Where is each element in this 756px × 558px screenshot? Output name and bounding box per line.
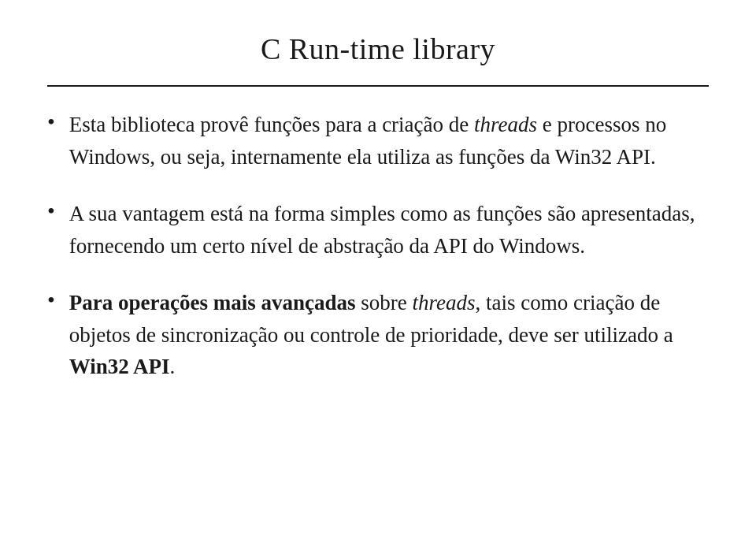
bullet-text-3: Para operações mais avançadas sobre thre… — [69, 287, 709, 383]
bullet-item-2: • A sua vantagem está na forma simples c… — [47, 198, 709, 262]
threads-italic-2: threads — [413, 291, 476, 314]
bullet-text-2: A sua vantagem está na forma simples com… — [69, 198, 709, 262]
win32-api-bold: Win32 API — [69, 355, 170, 378]
mais-avancadas: mais avançadas — [213, 291, 356, 314]
title-section: C Run-time library — [47, 32, 709, 66]
bullet-item-3: • Para operações mais avançadas sobre th… — [47, 287, 709, 383]
threads-italic-1: threads — [474, 113, 537, 136]
page-title: C Run-time library — [47, 32, 709, 66]
bullet-text-1: Esta biblioteca provê funções para a cri… — [69, 109, 709, 173]
bullet-point-1: • — [47, 106, 55, 139]
divider — [47, 85, 709, 87]
page: C Run-time library • Esta biblioteca pro… — [0, 0, 756, 558]
para-bold-start: Para operações mais avançadas — [69, 291, 356, 314]
content-area: • Esta biblioteca provê funções para a c… — [47, 109, 709, 408]
bullet-point-3: • — [47, 284, 55, 317]
bullet-point-2: • — [47, 195, 55, 228]
bullet-item-1: • Esta biblioteca provê funções para a c… — [47, 109, 709, 173]
